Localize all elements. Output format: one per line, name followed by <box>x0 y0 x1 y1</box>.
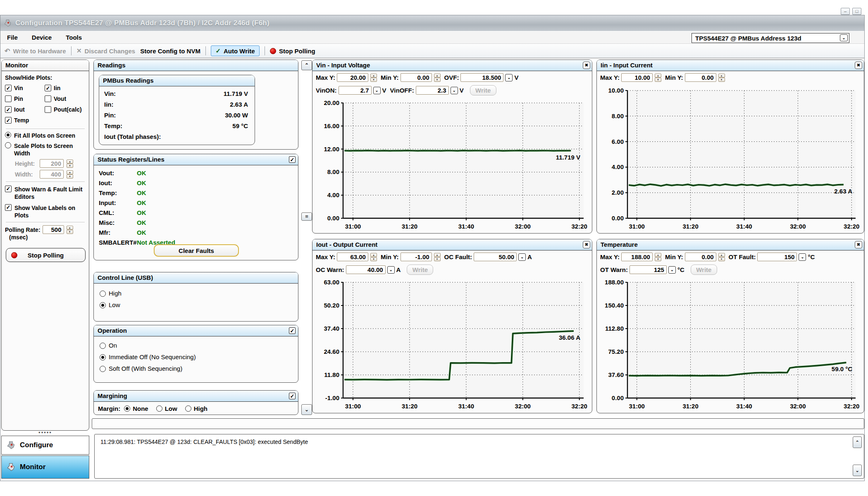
spin-up-icon[interactable]: ▲ <box>434 253 441 257</box>
iout-oc-fault-dropdown-icon[interactable]: ⌄ <box>518 253 526 261</box>
margin-radio-high[interactable]: High <box>185 405 207 412</box>
maximize-button[interactable]: □ <box>852 8 861 15</box>
temp-ot-fault-input[interactable]: 150 <box>757 253 797 261</box>
scale-plots-radio[interactable]: Scale Plots to Screen Width <box>5 142 86 157</box>
iout-min-y-input[interactable]: -1.00 <box>401 253 432 261</box>
spin-up-icon[interactable]: ▲ <box>718 253 725 257</box>
operation-radio-immediate-off-no-sequencing-[interactable]: Immediate Off (No Sequencing) <box>100 351 298 363</box>
vin-close-icon[interactable]: ✖ <box>583 62 590 69</box>
temp-min-y-spinner[interactable]: ▲▼ <box>718 253 725 261</box>
plot-checkbox-pout-calc-[interactable]: Pout(calc) <box>45 104 86 115</box>
temp-write-button[interactable]: Write <box>691 265 717 275</box>
stop-polling-toolbar-button[interactable]: Stop Polling <box>270 48 315 55</box>
plot-checkbox-vin[interactable]: ✓Vin <box>5 83 45 93</box>
iout-max-y-spinner[interactable]: ▲▼ <box>370 253 377 261</box>
auto-write-toggle[interactable]: ✓ Auto Write <box>211 45 259 56</box>
plot-width-spinner[interactable]: ▲▼ <box>67 170 73 179</box>
control-line-radio-low[interactable]: Low <box>100 299 298 311</box>
operation-radio-soft-off-with-sequencing-[interactable]: Soft Off (With Sequencing) <box>100 363 298 374</box>
clear-faults-button[interactable]: Clear Faults <box>154 244 239 257</box>
spin-down-icon[interactable]: ▼ <box>655 78 661 82</box>
iout-oc-warn-input[interactable]: 40.00 <box>346 265 386 274</box>
menu-tools[interactable]: Tools <box>66 34 82 41</box>
temp-ot-warn-dropdown-icon[interactable]: ⌄ <box>668 266 676 274</box>
spin-up-icon[interactable]: ▲ <box>370 253 377 257</box>
iout-close-icon[interactable]: ✖ <box>583 241 590 248</box>
vin-vinon-dropdown-icon[interactable]: ⌄ <box>373 87 381 94</box>
spin-up-icon[interactable]: ▲ <box>370 74 377 78</box>
temp-ot-fault-dropdown-icon[interactable]: ⌄ <box>799 253 806 261</box>
discard-changes-button[interactable]: ✕ Discard Changes <box>76 47 135 55</box>
iin-max-y-input[interactable]: 10.00 <box>621 73 653 82</box>
vin-vinon-input[interactable]: 2.7 <box>339 86 372 95</box>
iout-min-y-spinner[interactable]: ▲▼ <box>434 253 441 261</box>
iin-max-y-spinner[interactable]: ▲▼ <box>655 74 661 82</box>
log-scroll-down-button[interactable]: ⌄ <box>853 465 862 476</box>
menu-device[interactable]: Device <box>32 34 52 41</box>
iout-max-y-input[interactable]: 63.00 <box>337 253 368 261</box>
minimize-button[interactable]: – <box>841 8 850 15</box>
vin-max-y-input[interactable]: 20.00 <box>337 73 368 82</box>
spin-down-icon[interactable]: ▼ <box>718 78 725 82</box>
vin-ovf-input[interactable]: 18.500 <box>460 73 503 82</box>
plot-checkbox-iout[interactable]: ✓Iout <box>5 104 45 115</box>
polling-rate-input[interactable]: 500 <box>43 225 64 234</box>
show-warn-fault-checkbox[interactable]: ✓ Show Warn & Fault Limit Editors <box>5 186 86 200</box>
plot-checkbox-vout[interactable]: Vout <box>45 93 86 104</box>
spin-up-icon[interactable]: ▲ <box>655 253 661 257</box>
nav-configure[interactable]: Configure <box>1 436 89 455</box>
store-config-nvm-button[interactable]: Store Config to NVM <box>140 48 200 55</box>
polling-rate-spinner[interactable]: ▲▼ <box>67 226 73 234</box>
iout-oc-fault-input[interactable]: 50.00 <box>474 253 517 261</box>
temp-min-y-input[interactable]: 0.00 <box>685 253 716 261</box>
vin-min-y-spinner[interactable]: ▲▼ <box>434 74 441 82</box>
plot-height-input[interactable]: 200 <box>40 159 64 168</box>
vin-max-y-spinner[interactable]: ▲▼ <box>370 74 377 82</box>
chevron-down-icon[interactable]: ⌄ <box>840 34 848 41</box>
nav-monitor[interactable]: Monitor <box>1 455 89 479</box>
temp-ot-warn-input[interactable]: 125 <box>630 265 667 274</box>
vin-min-y-input[interactable]: 0.00 <box>401 73 432 82</box>
splitter-handle[interactable]: ••••• <box>1 432 89 436</box>
spin-down-icon[interactable]: ▼ <box>370 78 377 82</box>
show-value-labels-checkbox[interactable]: ✓ Show Value Labels on Plots <box>5 204 86 219</box>
write-to-hardware-button[interactable]: ↶ Write to Hardware <box>5 47 66 55</box>
iin-min-y-input[interactable]: 0.00 <box>685 73 716 82</box>
scroll-up-button[interactable]: ⌃ <box>301 60 312 70</box>
iout-write-button[interactable]: Write <box>407 265 433 275</box>
device-selector-dropdown[interactable]: TPS544E27 @ PMBus Address 123d ⌄ <box>692 33 849 43</box>
spin-up-icon[interactable]: ▲ <box>718 74 725 78</box>
spin-down-icon[interactable]: ▼ <box>718 257 725 261</box>
vin-ovf-dropdown-icon[interactable]: ⌄ <box>505 74 513 81</box>
spin-down-icon[interactable]: ▼ <box>434 78 441 82</box>
margining-panel-checkbox[interactable]: ✓ <box>289 393 296 399</box>
control-line-radio-high[interactable]: High <box>100 288 298 299</box>
vin-write-button[interactable]: Write <box>470 85 496 95</box>
vin-vinoff-dropdown-icon[interactable]: ⌄ <box>451 87 458 94</box>
stop-polling-button[interactable]: Stop Polling <box>6 248 86 262</box>
spin-down-icon[interactable]: ▼ <box>434 257 441 261</box>
iin-min-y-spinner[interactable]: ▲▼ <box>718 74 725 82</box>
plot-checkbox-temp[interactable]: ✓Temp <box>5 115 45 126</box>
operation-radio-on[interactable]: On <box>100 340 298 351</box>
margin-radio-none[interactable]: None <box>124 405 148 412</box>
temp-max-y-spinner[interactable]: ▲▼ <box>655 253 661 261</box>
temp-max-y-input[interactable]: 188.00 <box>621 253 653 261</box>
margin-radio-low[interactable]: Low <box>156 405 177 412</box>
temp-close-icon[interactable]: ✖ <box>855 241 862 248</box>
plot-width-input[interactable]: 400 <box>40 170 64 179</box>
plot-checkbox-pin[interactable]: Pin <box>5 93 45 104</box>
log-scroll-up-button[interactable]: ⌃ <box>853 436 862 448</box>
menu-file[interactable]: File <box>7 34 18 41</box>
spin-down-icon[interactable]: ▼ <box>655 257 661 261</box>
status-panel-checkbox[interactable]: ✓ <box>289 156 296 163</box>
plot-height-spinner[interactable]: ▲▼ <box>67 160 73 168</box>
spin-down-icon[interactable]: ▼ <box>370 257 377 261</box>
plot-checkbox-iin[interactable]: ✓Iin <box>45 83 86 93</box>
iout-oc-warn-dropdown-icon[interactable]: ⌄ <box>387 266 395 274</box>
iin-close-icon[interactable]: ✖ <box>855 62 862 69</box>
horizontal-scroll-strip[interactable] <box>92 418 864 429</box>
operation-panel-checkbox[interactable]: ✓ <box>289 327 296 334</box>
vin-vinoff-input[interactable]: 2.3 <box>416 86 449 95</box>
splitter-handle[interactable]: ≡ <box>301 212 312 221</box>
